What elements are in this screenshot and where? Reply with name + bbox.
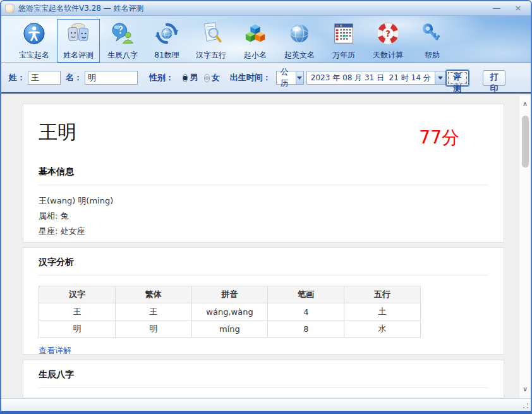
cell: 王 <box>39 303 116 320</box>
nickname-icon <box>234 21 276 48</box>
app-window: 悠游宝宝起名软件V3.28 — 姓名评测 — × 宝宝起名 姓名评测 生辰八字 <box>0 0 532 414</box>
title-bar: 悠游宝宝起名软件V3.28 — 姓名评测 — × <box>1 1 531 16</box>
cell: 王 <box>115 303 191 320</box>
resize-grip-icon[interactable] <box>523 403 529 409</box>
table-header-row: 汉字 繁体 拼音 笔画 五行 <box>39 286 421 303</box>
cell: wáng,wàng <box>191 303 268 320</box>
birth-datetime-value: 2023 年 08 月 31 日 21 时 14 分 <box>307 73 435 83</box>
english-name-icon <box>279 21 320 48</box>
calendar-icon <box>323 21 365 48</box>
toolbar-item-label: 宝宝起名 <box>19 51 49 59</box>
print-button[interactable]: 打印 <box>483 70 505 86</box>
basic-info-card: 王明 77分 基本信息 王(wang) 明(ming) 属相: 兔 星座: 处女… <box>23 104 504 243</box>
svg-text:?: ? <box>385 29 390 39</box>
table-row: 明 明 míng 8 水 <box>39 320 421 338</box>
birth-datetime-dropdown-button[interactable] <box>435 71 445 84</box>
cell: 明 <box>39 320 116 338</box>
toolbar-item-name-test[interactable]: 姓名评测 <box>57 19 100 63</box>
cell: 水 <box>344 320 421 338</box>
bazi-card: 生辰八字 出生日期：2023年8月31日 <box>23 360 504 398</box>
toolbar-item-label: 天数计算 <box>373 51 403 59</box>
gender-label: 性别： <box>149 72 174 83</box>
window-title: 悠游宝宝起名软件V3.28 — 姓名评测 <box>18 3 484 14</box>
scroll-up-icon[interactable]: ∧ <box>519 100 531 109</box>
scroll-down-icon[interactable]: ∨ <box>519 385 531 394</box>
toolbar-item-label: 帮助 <box>425 51 440 59</box>
vertical-scrollbar[interactable]: ∧ ∨ <box>519 95 531 398</box>
toolbar-item-label: 汉字五行 <box>196 51 226 59</box>
col-hanzi: 汉字 <box>39 286 116 303</box>
cell: 明 <box>115 320 191 338</box>
hanzi-table: 汉字 繁体 拼音 笔画 五行 王 王 wáng,wàng 4 土 明 明 mín… <box>39 286 421 338</box>
toolbar-item-numerology[interactable]: 81数理 <box>145 19 188 63</box>
surname-input[interactable] <box>28 71 61 85</box>
gender-male-radio[interactable] <box>183 74 188 82</box>
main-toolbar: 宝宝起名 姓名评测 生辰八字 81数理 汉字五行 <box>1 16 531 63</box>
gender-female-radio[interactable] <box>204 74 209 82</box>
birth-chart-icon <box>102 21 143 48</box>
app-icon <box>5 4 15 13</box>
given-name-input[interactable] <box>85 71 138 85</box>
calendar-type-select[interactable]: 公历 <box>276 71 304 85</box>
evaluate-button[interactable]: 评测 <box>446 70 469 86</box>
col-traditional: 繁体 <box>115 286 191 303</box>
toolbar-item-baby-naming[interactable]: 宝宝起名 <box>13 19 56 63</box>
toolbar-item-label: 姓名评测 <box>63 51 94 59</box>
toolbar-item-label: 万年历 <box>332 51 355 59</box>
numerology-icon <box>146 21 188 48</box>
birth-datetime-picker[interactable]: 2023 年 08 月 31 日 21 时 14 分 <box>306 71 446 85</box>
toolbar-item-english-name[interactable]: 起英文名 <box>278 19 321 63</box>
basic-info-heading: 基本信息 <box>39 166 488 185</box>
cell: 土 <box>344 303 421 320</box>
toolbar-item-label: 81数理 <box>154 51 179 59</box>
view-detail-link[interactable]: 查看详解 <box>39 345 71 355</box>
toolbar-item-hanzi-wuxing[interactable]: 汉字五行 <box>190 19 233 63</box>
chevron-down-icon <box>438 76 443 80</box>
surname-label: 姓： <box>9 72 25 83</box>
given-name-label: 名： <box>66 72 82 83</box>
score-value: 77分 <box>419 126 459 150</box>
query-form-bar: 姓： 名： 性别： 男 女 出生时间： 公历 2023 年 08 月 31 日 … <box>1 63 531 94</box>
name-test-icon <box>57 21 99 48</box>
toolbar-item-calendar[interactable]: 万年历 <box>322 19 365 63</box>
scrollbar-thumb[interactable] <box>522 116 529 167</box>
cell: 8 <box>268 320 344 338</box>
close-button[interactable]: × <box>509 2 527 15</box>
toolbar-item-label: 生辰八字 <box>107 51 138 59</box>
minimize-button[interactable]: — <box>488 2 505 15</box>
bazi-heading: 生辰八字 <box>39 369 488 388</box>
pinyin-line: 王(wang) 明(ming) <box>39 195 488 206</box>
hanzi-analysis-card: 汉字分析 汉字 繁体 拼音 笔画 五行 王 王 wáng,wàng 4 土 <box>23 247 504 355</box>
col-wuxing: 五行 <box>344 286 421 303</box>
toolbar-item-help[interactable]: 帮助 <box>411 19 454 63</box>
day-calc-icon: ? <box>367 21 409 48</box>
chevron-down-icon <box>297 76 302 80</box>
help-key-icon <box>411 21 453 48</box>
col-pinyin: 拼音 <box>191 286 268 303</box>
birth-time-label: 出生时间： <box>230 72 271 83</box>
constellation-line: 星座: 处女座 <box>39 226 488 236</box>
col-strokes: 笔画 <box>268 286 344 303</box>
toolbar-item-nickname[interactable]: 起小名 <box>234 19 277 63</box>
toolbar-item-day-calc[interactable]: ? 天数计算 <box>366 19 409 63</box>
status-bar <box>1 398 531 411</box>
baby-naming-icon <box>13 21 55 48</box>
zodiac-line: 属相: 兔 <box>39 210 488 221</box>
gender-female-label: 女 <box>212 72 220 83</box>
hanzi-wuxing-icon <box>190 21 232 48</box>
toolbar-item-label: 起英文名 <box>284 51 315 59</box>
cell: 4 <box>268 303 344 320</box>
table-row: 王 王 wáng,wàng 4 土 <box>39 303 421 320</box>
calendar-type-dropdown-button[interactable] <box>296 71 303 84</box>
calendar-type-value: 公历 <box>277 66 296 89</box>
hanzi-analysis-heading: 汉字分析 <box>39 257 488 276</box>
report-content: 王明 77分 基本信息 王(wang) 明(ming) 属相: 兔 星座: 处女… <box>1 95 531 398</box>
toolbar-item-label: 起小名 <box>244 51 267 59</box>
cell: míng <box>191 320 268 338</box>
toolbar-item-birth-chart[interactable]: 生辰八字 <box>101 19 144 63</box>
gender-male-label: 男 <box>190 72 198 83</box>
